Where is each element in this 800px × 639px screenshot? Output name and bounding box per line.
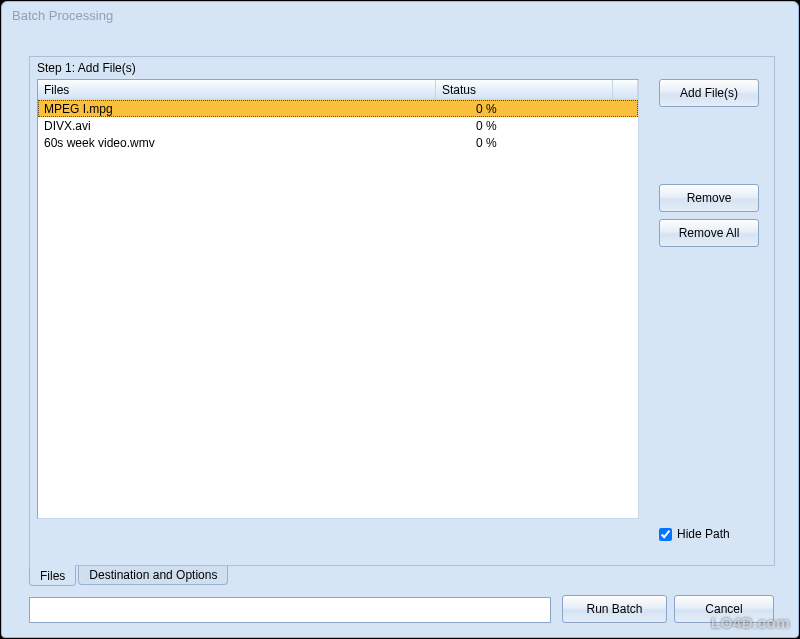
cell-status: 0 % <box>436 136 613 150</box>
hide-path-label: Hide Path <box>677 527 730 541</box>
remove-all-button[interactable]: Remove All <box>659 219 759 247</box>
table-row[interactable]: MPEG I.mpg0 % <box>38 100 638 117</box>
column-header-files[interactable]: Files <box>38 80 436 100</box>
run-batch-button[interactable]: Run Batch <box>562 595 667 623</box>
tab-destination-options[interactable]: Destination and Options <box>78 566 228 585</box>
hide-path-checkbox[interactable] <box>659 528 672 541</box>
cancel-button[interactable]: Cancel <box>674 595 774 623</box>
table-row[interactable]: DIVX.avi0 % <box>38 117 638 134</box>
tabs-row: Files Destination and Options <box>29 566 230 588</box>
cell-file: MPEG I.mpg <box>38 102 436 116</box>
cell-file: 60s week video.wmv <box>38 136 436 150</box>
add-files-button[interactable]: Add File(s) <box>659 79 759 107</box>
cell-file: DIVX.avi <box>38 119 436 133</box>
window-title: Batch Processing <box>12 8 113 23</box>
cell-status: 0 % <box>436 102 613 116</box>
file-listview[interactable]: Files Status MPEG I.mpg0 %DIVX.avi0 %60s… <box>37 79 639 519</box>
step-label: Step 1: Add File(s) <box>37 61 136 75</box>
progress-input[interactable] <box>29 597 551 623</box>
table-row[interactable]: 60s week video.wmv0 % <box>38 134 638 151</box>
tab-files[interactable]: Files <box>29 565 76 586</box>
column-header-status[interactable]: Status <box>436 80 613 100</box>
hide-path-checkbox-wrap[interactable]: Hide Path <box>659 527 759 541</box>
dialog-window: Batch Processing Step 1: Add File(s) Fil… <box>1 1 799 638</box>
column-header-padding <box>613 80 638 100</box>
listview-body: MPEG I.mpg0 %DIVX.avi0 %60s week video.w… <box>38 100 638 151</box>
titlebar[interactable]: Batch Processing <box>2 2 798 30</box>
cell-status: 0 % <box>436 119 613 133</box>
remove-button[interactable]: Remove <box>659 184 759 212</box>
step-panel: Step 1: Add File(s) Files Status MPEG I.… <box>29 56 775 566</box>
listview-header: Files Status <box>38 80 638 100</box>
